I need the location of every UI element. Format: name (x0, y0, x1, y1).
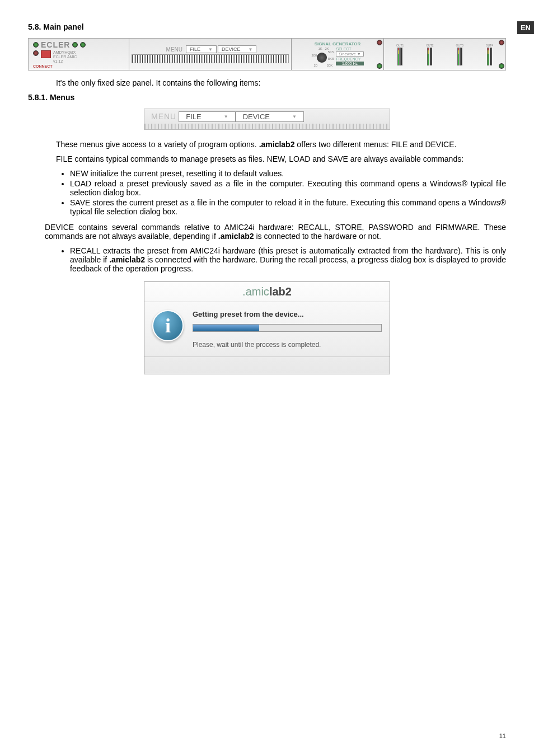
file-menu[interactable]: FILE▼ (186, 45, 217, 53)
file-paragraph: FILE contains typical commands to manage… (28, 154, 506, 163)
progress-dialog: .amiclab2 i Getting preset from the devi… (144, 281, 390, 374)
meter-led-icon (499, 40, 504, 45)
menu-label-2: MENU (149, 112, 179, 121)
frequency-dial[interactable]: 1K 2K 5K5 8K8 200 20 20K (311, 47, 334, 67)
menus-paragraph: These menus give access to a variety of … (28, 140, 506, 149)
freq-value: 1.000 Hz (336, 62, 363, 65)
ruler-icon (132, 54, 289, 63)
meter-led-icon-2 (499, 63, 504, 69)
status-led-icon (72, 42, 78, 48)
ruler-icon-2 (144, 124, 390, 129)
list-item: NEW initialize the current preset, reset… (70, 169, 506, 178)
meter-out4: OUT4 (486, 44, 493, 65)
progress-bar (193, 324, 382, 332)
device-menu[interactable]: DEVICE▼ (218, 45, 256, 53)
menu-label: MENU (164, 46, 185, 53)
chevron-down-icon: ▼ (292, 114, 297, 119)
intro-paragraph: It's the only fixed size panel. It conta… (28, 78, 506, 87)
panel-menu-section: MENU FILE▼ DEVICE▼ (129, 39, 292, 70)
select-label: SELECT (336, 47, 363, 51)
dialog-message: Getting preset from the device... (193, 310, 382, 318)
page-number: 11 (499, 732, 506, 739)
dialog-footer (144, 357, 390, 374)
freq-label: FREQUENCY (336, 57, 363, 61)
menus-screenshot: MENU FILE▼ DEVICE▼ (144, 109, 390, 130)
meter-out3: OUT3 (456, 44, 463, 65)
device-list: RECALL extracts the preset from AMIC24i … (70, 246, 506, 273)
dialog-title: .amiclab2 (144, 282, 390, 302)
meter-out2: OUT2 (426, 44, 433, 65)
heading-5811: 5.8.1. Menus (28, 93, 506, 102)
device-menu-2[interactable]: DEVICE▼ (236, 111, 304, 122)
siggen-title: SIGNAL GENERATOR (315, 41, 361, 46)
list-item: SAVE stores the current preset as a file… (70, 198, 506, 216)
dial-knob-icon (317, 53, 327, 63)
list-item: LOAD reload a preset previously saved as… (70, 179, 506, 197)
device-icon (41, 50, 51, 58)
device-paragraph: DEVICE contains several commands relativ… (28, 223, 506, 241)
status-led-icon-2 (80, 42, 86, 48)
chevron-down-icon: ▼ (224, 114, 228, 119)
file-menu-2[interactable]: FILE▼ (179, 111, 235, 122)
siggen-led-icon (377, 40, 382, 45)
meter-out1: OUT1 (396, 44, 404, 65)
dialog-subtext: Please, wait until the process is comple… (193, 341, 382, 349)
panel-signal-generator: SIGNAL GENERATOR 1K 2K 5K5 8K8 200 20 20… (292, 39, 384, 70)
waveform-select[interactable]: Sinewave ▼ (336, 51, 363, 57)
info-icon: i (152, 310, 184, 341)
panel-meters: OUT1 OUT2 OUT3 OUT4 (384, 39, 505, 70)
logo-text: ECLER (41, 40, 70, 49)
chevron-down-icon: ▼ (208, 47, 213, 52)
chevron-down-icon: ▼ (248, 47, 252, 52)
power-led-icon (33, 42, 39, 48)
main-panel-screenshot: ECLER AMDYHQBX ECLER AMIC v1.12 CONNECT … (28, 38, 506, 71)
connect-label: CONNECT (33, 64, 53, 68)
list-item: RECALL extracts the preset from AMIC24i … (70, 246, 506, 273)
progress-fill (193, 325, 259, 331)
panel-logo-section: ECLER AMDYHQBX ECLER AMIC v1.12 CONNECT (29, 39, 129, 70)
siggen-led-icon-2 (377, 63, 382, 69)
en-badge: EN (517, 21, 534, 34)
file-list: NEW initialize the current preset, reset… (70, 169, 506, 216)
heading-581: 5.8. Main panel (28, 22, 506, 31)
connect-led-icon (33, 50, 39, 56)
device-info: AMDYHQBX ECLER AMIC v1.12 (53, 50, 77, 63)
